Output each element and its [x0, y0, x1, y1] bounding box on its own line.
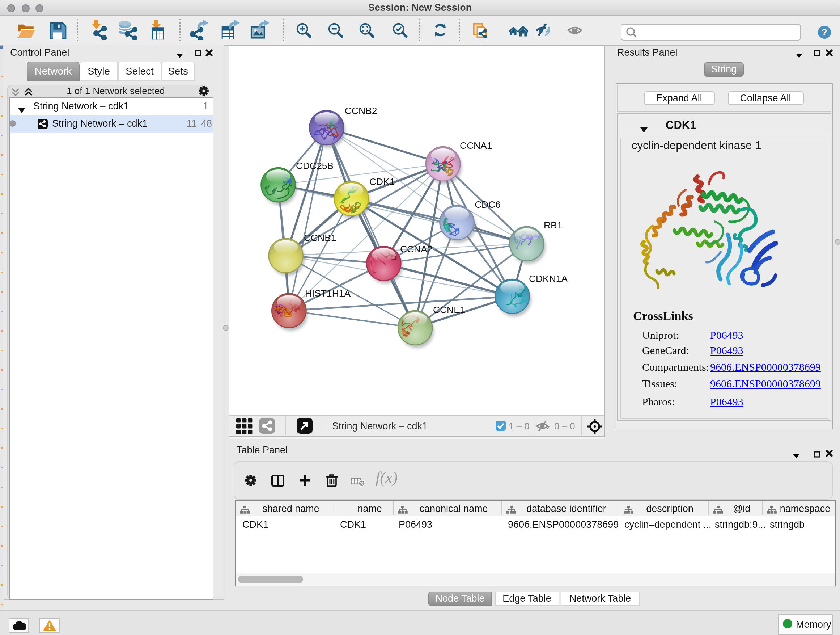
- svg-text:?: ?: [821, 27, 827, 38]
- svg-text:CDC25B: CDC25B: [296, 160, 333, 171]
- svg-text:CCNB1: CCNB1: [304, 233, 336, 243]
- svg-text:CDC6: CDC6: [475, 199, 501, 210]
- svg-text:CCNB2: CCNB2: [345, 105, 377, 116]
- svg-text:CCNA2: CCNA2: [400, 244, 432, 255]
- svg-text:CCNA1: CCNA1: [460, 140, 492, 151]
- svg-text:CCNE1: CCNE1: [433, 304, 465, 315]
- svg-text:RB1: RB1: [544, 220, 562, 231]
- svg-text:CDKN1A: CDKN1A: [529, 273, 568, 284]
- svg-text:HIST1H1A: HIST1H1A: [305, 288, 351, 299]
- svg-text:CDK1: CDK1: [369, 176, 395, 187]
